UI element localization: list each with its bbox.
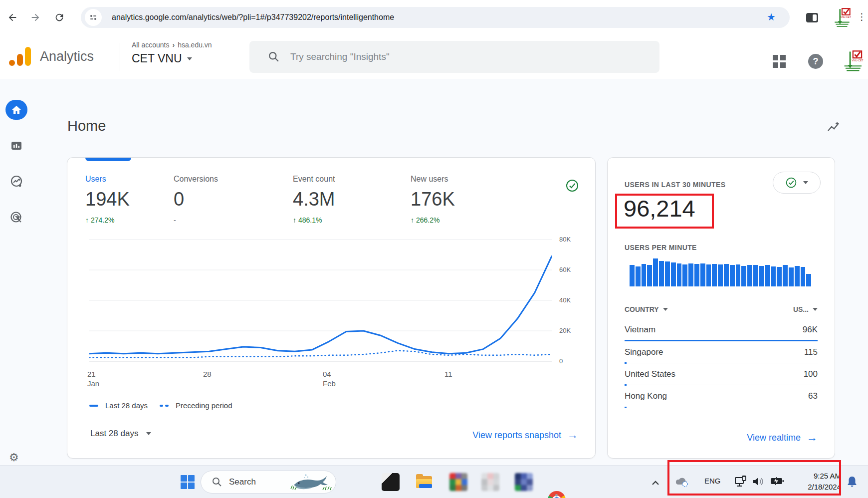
per-minute-bar (665, 261, 670, 286)
per-minute-bar (653, 258, 658, 286)
per-minute-bar (671, 262, 676, 286)
browser-toolbar: analytics.google.com/analytics/web/?pli=… (0, 0, 868, 35)
taskbar-app-blurred-2[interactable] (481, 473, 499, 491)
date-range-label: Last 28 days (90, 429, 138, 439)
nav-home[interactable] (5, 100, 27, 120)
chrome-running-indicator (555, 494, 558, 497)
per-minute-bar (753, 265, 758, 286)
breadcrumb[interactable]: All accounts›hsa.edu.vn (132, 41, 212, 49)
bookmark-star-icon[interactable]: ★ (767, 11, 776, 23)
metric-tab-users[interactable]: Users 194K ↑ 274.2% (85, 175, 130, 224)
x-tick: 21Jan (87, 369, 99, 388)
taskbar-search-label: Search (229, 477, 256, 487)
country-column-header[interactable]: COUNTRY (625, 305, 668, 313)
users-column-header[interactable]: US... (793, 305, 818, 313)
per-minute-bar (724, 264, 729, 286)
chevron-down-icon (146, 432, 151, 435)
per-minute-bar (694, 264, 699, 286)
country-name: United States (625, 369, 675, 379)
breadcrumb-property[interactable]: hsa.edu.vn (178, 41, 212, 49)
realtime-title: USERS IN LAST 30 MINUTES (625, 181, 726, 189)
tray-chevron-icon[interactable] (651, 479, 659, 488)
product-name: Analytics (40, 49, 94, 64)
chevron-down-icon (803, 181, 808, 184)
apps-grid-icon[interactable] (773, 55, 786, 68)
reload-icon[interactable] (49, 7, 70, 28)
reports-icon (10, 140, 22, 152)
nav-explore[interactable] (5, 172, 27, 192)
per-minute-bar (677, 263, 682, 286)
view-reports-snapshot-link[interactable]: View reports snapshot→ (472, 429, 578, 442)
admin-gear-icon[interactable]: ⚙ (9, 451, 19, 464)
forward-icon[interactable] (25, 7, 46, 28)
browser-menu-icon[interactable]: ⋮ (857, 11, 867, 22)
page-title: Home (67, 118, 106, 134)
taskbar-app-blurred-3[interactable] (515, 473, 533, 491)
date-range-selector[interactable]: Last 28 days (90, 429, 151, 439)
per-minute-bar (630, 265, 635, 286)
back-icon[interactable] (2, 7, 23, 28)
view-realtime-link[interactable]: View realtime→ (747, 431, 818, 444)
per-minute-bar (712, 264, 717, 286)
whale-image[interactable] (288, 472, 334, 493)
start-button-icon[interactable] (181, 475, 195, 489)
chevron-down-icon (813, 308, 818, 311)
country-mini-bar (625, 407, 627, 408)
metric-value: 176K (411, 189, 455, 210)
help-icon[interactable]: ? (808, 54, 823, 69)
taskbar-search[interactable]: Search (201, 471, 336, 494)
extension-vnu-cet-icon[interactable]: VNU-CET (832, 7, 853, 28)
per-minute-bar (806, 274, 811, 286)
country-value: 115 (804, 347, 818, 357)
arrow-right-icon: → (807, 431, 818, 444)
annotation-box-tray (667, 460, 841, 496)
avatar-text: VNU-CET (852, 59, 864, 62)
notification-bell-icon[interactable] (846, 476, 858, 491)
address-bar[interactable]: analytics.google.com/analytics/web/?pli=… (81, 7, 790, 28)
side-panel-icon[interactable] (806, 13, 818, 22)
chart-legend: Last 28 days Preceding period (89, 401, 232, 410)
site-info-icon[interactable] (85, 9, 102, 26)
per-minute-bar (700, 263, 705, 286)
per-minute-bar (789, 267, 794, 286)
breadcrumb-chevron-icon: › (172, 41, 175, 49)
metric-value: 194K (85, 189, 130, 210)
data-quality-icon[interactable] (565, 179, 579, 195)
country-table: Vietnam 96K Singapore 115 United States … (625, 319, 818, 407)
breadcrumb-accounts[interactable]: All accounts (132, 41, 169, 49)
search-bar[interactable] (249, 41, 659, 73)
nav-reports[interactable] (5, 136, 27, 156)
per-minute-bar (795, 266, 800, 286)
per-minute-bar (688, 263, 693, 286)
analytics-logo-icon[interactable] (9, 46, 32, 67)
active-tab-indicator (85, 158, 131, 161)
explore-icon (10, 175, 23, 188)
metric-tab-conversions[interactable]: Conversions 0 - (174, 175, 218, 224)
country-name: Singapore (625, 347, 663, 357)
taskbar-app-blurred-1[interactable] (449, 473, 467, 491)
metric-tab-new-users[interactable]: New users 176K ↑ 266.2% (411, 175, 455, 224)
realtime-status-button[interactable] (773, 172, 821, 194)
account-switcher[interactable]: CET VNU (132, 52, 192, 65)
per-minute-bar (765, 265, 770, 286)
avatar[interactable]: VNU-CET (842, 50, 865, 73)
country-row: Hong Kong 63 (625, 385, 818, 407)
taskbar-app-dark[interactable] (382, 473, 400, 491)
insights-icon[interactable] (826, 120, 841, 135)
metric-label: Conversions (174, 175, 218, 184)
country-row: Singapore 115 (625, 341, 818, 363)
metric-value: 0 (174, 189, 218, 210)
chevron-down-icon (187, 57, 192, 60)
metric-tab-event-count[interactable]: Event count 4.3M ↑ 486.1% (293, 175, 335, 224)
overview-card: Users 194K ↑ 274.2% Conversions 0 - Even… (67, 157, 596, 459)
file-explorer-icon[interactable] (415, 473, 433, 491)
search-icon (268, 51, 279, 62)
x-tick: 04Feb (323, 369, 336, 388)
per-minute-label: USERS PER MINUTE (625, 244, 697, 251)
nav-advertising[interactable] (5, 208, 27, 228)
per-minute-bar (801, 267, 806, 286)
header-divider (120, 43, 120, 71)
x-tick: 11 (444, 369, 452, 379)
search-input[interactable] (290, 51, 590, 62)
url-text[interactable]: analytics.google.com/analytics/web/?pli=… (112, 7, 394, 28)
